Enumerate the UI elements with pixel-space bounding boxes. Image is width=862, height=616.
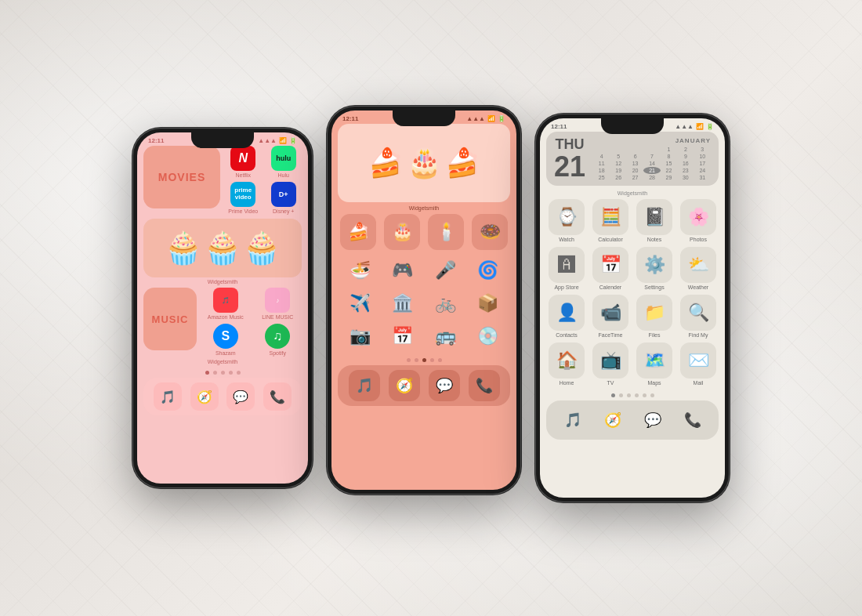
dock-safari-1[interactable]: 🧭 <box>190 382 219 411</box>
phone-3: 12:11 ▲▲▲ 📶 🔋 THU 21 JANUARY <box>535 114 730 502</box>
dock-safari-2[interactable]: 🧭 <box>389 370 420 401</box>
phone3-app-grid-2: 🅰 App Store 📅 Calender ⚙️ Settings ⛅ Wea… <box>540 247 725 290</box>
icon-game[interactable]: 🎮 <box>386 258 421 283</box>
tv-icon: 📺 <box>592 342 628 379</box>
cake-emoji-2: 🎂 <box>407 147 442 179</box>
dock-safari-3[interactable]: 🧭 <box>598 405 628 435</box>
dock-music-3[interactable]: 🎵 <box>558 405 588 435</box>
dot-3-4 <box>635 393 639 397</box>
app-appstore[interactable]: 🅰 App Store <box>548 247 585 290</box>
app-line-music[interactable]: ♪ LINE MUSIC <box>254 288 302 320</box>
app-calender[interactable]: 📅 Calender <box>592 247 629 290</box>
notch-2 <box>393 111 455 126</box>
calculator-label: Calculator <box>598 237 623 242</box>
app-spotify[interactable]: ♫ Spotify <box>254 324 302 356</box>
app-contacts[interactable]: 👤 Contacts <box>548 295 585 338</box>
settings-label: Settings <box>644 284 664 290</box>
movies-widget[interactable]: MOVIES <box>143 146 220 208</box>
icon-plane[interactable]: ✈️ <box>342 291 378 316</box>
phone-2: 12:11 ▲▲▲ 📶 🔋 🍰 🎂 🍰 Widgetsmith 🍰 <box>327 106 521 495</box>
weather-label: Weather <box>688 284 708 290</box>
music-apps-group: 🎵 Amazon Music ♪ LINE MUSIC S Shazam ♫ S… <box>201 288 302 356</box>
dot-2-5 <box>438 358 442 362</box>
app-disney[interactable]: D+ Disney + <box>266 182 302 214</box>
dock-music-2[interactable]: 🎵 <box>349 370 380 401</box>
app-watch[interactable]: ⌚ Watch <box>548 199 585 242</box>
icon-box[interactable]: 📦 <box>471 291 506 316</box>
maps-label: Maps <box>647 380 661 386</box>
icon-calendar[interactable]: 📅 <box>386 324 421 349</box>
dock-phone-3[interactable]: 📞 <box>678 405 708 435</box>
home-label: Home <box>560 380 574 386</box>
cal-row-3: 11121314 151617 <box>593 160 711 167</box>
hulu-icon: hulu <box>271 146 296 171</box>
netflix-label: Netflix <box>236 172 251 178</box>
appstore-icon: 🅰 <box>549 247 585 283</box>
icon-bank[interactable]: 🏛️ <box>386 291 421 316</box>
app-maps[interactable]: 🗺️ Maps <box>636 342 673 386</box>
app-netflix[interactable]: N Netflix <box>225 146 262 178</box>
app-home[interactable]: 🏠 Home <box>548 342 585 386</box>
app-settings[interactable]: ⚙️ Settings <box>636 247 673 290</box>
app-facetime[interactable]: 📹 FaceTime <box>592 295 629 338</box>
phone2-app-3[interactable]: 🕯️ <box>427 214 465 250</box>
app-notes[interactable]: 📓 Notes <box>636 199 673 242</box>
app-tv[interactable]: 📺 TV <box>592 342 629 386</box>
cal-table: 123 4567 8910 11121314 151617 181920 2 <box>593 146 711 181</box>
phone-3-content: 12:11 ▲▲▲ 📶 🔋 THU 21 JANUARY <box>540 118 725 498</box>
status-icons-1: ▲▲▲ 📶 🔋 <box>258 137 297 144</box>
cal-grid: JANUARY 123 4567 8910 11121314 151617 <box>593 137 711 181</box>
app-photos[interactable]: 🌸 Photos <box>679 199 717 242</box>
phone2-app-2[interactable]: 🎂 <box>383 214 421 250</box>
icon-bowl[interactable]: 🍜 <box>342 258 378 283</box>
phone2-app-4[interactable]: 🍩 <box>471 214 509 250</box>
line-music-icon: ♪ <box>265 288 290 313</box>
notes-label: Notes <box>647 237 661 242</box>
dot-3-2 <box>619 393 623 397</box>
dot-3-3 <box>627 393 631 397</box>
music-widget[interactable]: MUSIC <box>143 288 197 350</box>
phone3-app-grid-3: 👤 Contacts 📹 FaceTime 📁 Files 🔍 Find My <box>540 295 725 338</box>
phone2-app-1[interactable]: 🍰 <box>339 214 377 250</box>
dot-2-3 <box>422 358 426 362</box>
dock-phone-1[interactable]: 📞 <box>263 382 292 411</box>
app-shazam[interactable]: S Shazam <box>201 324 250 356</box>
icon-disc[interactable]: 💿 <box>471 324 506 349</box>
disney-icon: D+ <box>271 182 296 207</box>
app-hulu[interactable]: hulu Hulu <box>266 146 302 178</box>
dock-messages-1[interactable]: 💬 <box>226 382 255 411</box>
app-calculator[interactable]: 🧮 Calculator <box>592 199 629 242</box>
spotify-label: Spotify <box>270 350 286 356</box>
icon-mic[interactable]: 🎤 <box>428 258 463 283</box>
phone3-app-grid-1: ⌚ Watch 🧮 Calculator 📓 Notes 🌸 Photos <box>540 199 725 242</box>
app-files[interactable]: 📁 Files <box>636 295 673 338</box>
icon-bus[interactable]: 🚌 <box>428 324 463 349</box>
dot-4 <box>229 371 233 375</box>
dot-2-2 <box>415 358 418 362</box>
phone2-icon-3: 🕯️ <box>428 214 464 250</box>
hulu-label: Hulu <box>278 172 289 178</box>
dock-phone-2[interactable]: 📞 <box>469 370 500 401</box>
app-mail[interactable]: ✉️ Mail <box>679 342 717 386</box>
dock-messages-2[interactable]: 💬 <box>429 370 460 401</box>
dock-music-1[interactable]: 🎵 <box>154 382 182 411</box>
phone2-icon-4: 🍩 <box>472 214 508 250</box>
app-weather[interactable]: ⛅ Weather <box>679 247 717 290</box>
icon-bike[interactable]: 🚲 <box>428 291 463 316</box>
widgetsmith-label-3: Widgetsmith <box>331 205 516 211</box>
dot-5 <box>237 371 241 375</box>
mail-label: Mail <box>694 380 704 386</box>
cake-emoji-1: 🍰 <box>368 147 404 179</box>
app-primevideo[interactable]: prime video Prime Video <box>225 182 262 214</box>
phone3-app-grid-4: 🏠 Home 📺 TV 🗺️ Maps ✉️ Mail <box>540 342 725 386</box>
icon-row-2: ✈️ 🏛️ 🚲 📦 <box>331 289 516 317</box>
dock-messages-3[interactable]: 💬 <box>638 405 668 435</box>
streaming-apps-group: N Netflix hulu Hulu prime video Prime Vi… <box>225 146 302 214</box>
netflix-icon: N <box>230 146 255 171</box>
app-findmy[interactable]: 🔍 Find My <box>679 295 717 338</box>
icon-camera[interactable]: 📷 <box>342 324 378 349</box>
app-amazon-music[interactable]: 🎵 Amazon Music <box>201 288 250 320</box>
notes-icon: 📓 <box>636 199 672 235</box>
icon-swirl[interactable]: 🌀 <box>471 258 506 283</box>
shazam-label: Shazam <box>216 350 236 356</box>
